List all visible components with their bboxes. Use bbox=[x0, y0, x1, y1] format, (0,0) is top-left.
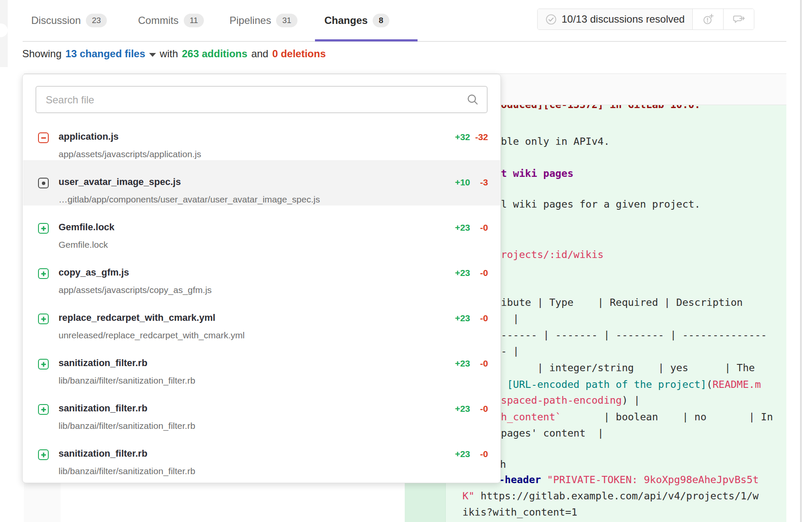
new-issue-button[interactable] bbox=[693, 9, 723, 29]
discussions-resolved-group: 10/13 discussions resolved bbox=[537, 9, 754, 30]
file-search-input[interactable] bbox=[45, 87, 457, 113]
file-deletions-count: -0 bbox=[463, 313, 488, 323]
diff-code-span: - | bbox=[501, 345, 519, 357]
diff-code-span: | bbox=[501, 313, 519, 325]
file-deletions-count: -0 bbox=[463, 449, 488, 459]
diff-code-span: ) | bbox=[622, 394, 640, 406]
file-path: lib/banzai/filter/sanitization_filter.rb bbox=[59, 375, 195, 386]
diff-code-span: ibute | Type | Required | Description bbox=[501, 296, 743, 308]
file-row[interactable]: Gemfile.lockGemfile.lock+23-0 bbox=[23, 205, 500, 251]
tab-commits[interactable]: Commits 11 bbox=[138, 0, 204, 41]
file-search-box bbox=[35, 86, 488, 113]
file-row[interactable]: sanitization_filter.rblib/banzai/filter/… bbox=[23, 432, 500, 477]
tab-pipelines[interactable]: Pipelines 31 bbox=[229, 0, 297, 41]
summary-middle: with bbox=[160, 48, 178, 60]
summary-deletions: 0 deletions bbox=[272, 48, 326, 60]
file-path: unreleased/replace_redcarpet_with_cmark.… bbox=[59, 330, 244, 340]
diff-code-line: ikis?with_content=1 bbox=[462, 506, 577, 519]
file-path: …gitlab/app/components/user_avatar/user_… bbox=[59, 194, 320, 205]
tab-changes-label: Changes bbox=[324, 15, 368, 26]
tab-changes[interactable]: Changes 8 bbox=[324, 0, 389, 41]
file-path: app/assets/javascripts/copy_as_gfm.js bbox=[59, 285, 212, 295]
tab-discussion-label: Discussion bbox=[31, 15, 81, 26]
diff-code-span: h_content` bbox=[501, 411, 561, 423]
file-name: sanitization_filter.rb bbox=[59, 358, 147, 369]
diff-code-line: l wiki pages for a given project. bbox=[501, 198, 700, 211]
next-unresolved-discussion-icon bbox=[733, 13, 745, 25]
check-circle-icon bbox=[545, 14, 557, 25]
diff-code-span: K" bbox=[462, 490, 474, 502]
file-name: sanitization_filter.rb bbox=[59, 403, 147, 414]
summary-additions: 263 additions bbox=[182, 48, 247, 60]
file-name: sanitization_filter.rb bbox=[59, 448, 147, 459]
diff-code-span: t wiki pages bbox=[501, 167, 574, 179]
summary-prefix: Showing bbox=[22, 48, 62, 60]
diff-code-span: | boolean | no | In bbox=[561, 411, 773, 423]
file-name: application.js bbox=[59, 131, 119, 142]
file-row[interactable]: sanitization_filter.rblib/banzai/filter/… bbox=[23, 341, 500, 387]
diff-code-span bbox=[541, 474, 547, 486]
diff-code-span: spaced-path-encoding bbox=[501, 394, 622, 406]
changed-files-dropdown-panel: application.jsapp/assets/javascripts/app… bbox=[22, 74, 501, 483]
chevron-down-icon bbox=[149, 53, 156, 57]
new-issue-icon bbox=[702, 13, 714, 25]
file-deleted-icon bbox=[38, 132, 49, 143]
file-row[interactable]: copy_as_gfm.jsapp/assets/javascripts/cop… bbox=[23, 251, 500, 296]
file-name: replace_redcarpet_with_cmark.yml bbox=[59, 312, 215, 323]
file-name: Gemfile.lock bbox=[59, 222, 115, 233]
summary-conjunction: and bbox=[251, 48, 268, 60]
file-path: Gemfile.lock bbox=[59, 240, 108, 250]
diff-code-span: ( bbox=[706, 378, 712, 390]
tab-commits-label: Commits bbox=[138, 15, 179, 26]
diff-code-line: ibute | Type | Required | Description bbox=[501, 296, 743, 309]
file-added-icon bbox=[38, 314, 49, 324]
file-modified-icon bbox=[38, 178, 49, 188]
file-deletions-count: -3 bbox=[463, 177, 488, 188]
diff-code-span: https://gitlab.example.com/api/v4/projec… bbox=[474, 490, 759, 502]
diff-code-span: | integer/string | yes | The bbox=[501, 362, 755, 374]
diff-code-line: h bbox=[500, 458, 506, 471]
tab-discussion-count: 23 bbox=[86, 14, 107, 27]
diff-code-line: spaced-path-encoding) | bbox=[501, 394, 640, 407]
file-row[interactable]: sanitization_filter.rblib/banzai/filter/… bbox=[23, 387, 500, 432]
file-row[interactable]: replace_redcarpet_with_cmark.ymlunreleas… bbox=[23, 296, 500, 341]
diff-code-span: h bbox=[500, 458, 506, 470]
diff-code-line: h_content` | boolean | no | In bbox=[501, 411, 773, 423]
diff-code-span: ble only in APIv4. bbox=[501, 135, 610, 147]
diff-code-span: "PRIVATE-TOKEN: 9koXpg98eAheJpvBs5t bbox=[547, 474, 759, 486]
file-row[interactable]: user_avatar_image_spec.js…gitlab/app/com… bbox=[23, 160, 500, 205]
file-added-icon bbox=[38, 223, 49, 234]
file-deletions-count: -0 bbox=[463, 268, 488, 278]
diff-code-line: ble only in APIv4. bbox=[501, 135, 610, 148]
file-row[interactable]: application.jsapp/assets/javascripts/app… bbox=[23, 115, 500, 160]
diff-code-span: ------ | ------- | -------- | ----------… bbox=[501, 329, 767, 341]
diff-code-line: | bbox=[501, 312, 519, 325]
changes-summary: Showing 13 changed files with 263 additi… bbox=[22, 48, 326, 60]
diff-code-line: - | bbox=[501, 345, 519, 358]
file-name: user_avatar_image_spec.js bbox=[59, 176, 181, 188]
diff-code-line: pages' content | bbox=[501, 427, 604, 440]
tab-commits-count: 11 bbox=[184, 14, 204, 27]
tab-discussion[interactable]: Discussion 23 bbox=[31, 0, 107, 41]
tab-pipelines-label: Pipelines bbox=[229, 15, 271, 26]
changed-files-dropdown-toggle[interactable]: 13 changed files bbox=[65, 48, 145, 60]
search-icon bbox=[466, 93, 479, 106]
tab-pipelines-count: 31 bbox=[276, 14, 297, 27]
diff-code-line: [URL-encoded path of the project](README… bbox=[501, 378, 761, 391]
discussions-resolved-text: 10/13 discussions resolved bbox=[562, 13, 685, 25]
file-added-icon bbox=[38, 404, 49, 415]
diff-code-line: K" https://gitlab.example.com/api/v4/pro… bbox=[462, 490, 759, 502]
file-added-icon bbox=[38, 449, 49, 460]
discussions-resolved-status: 10/13 discussions resolved bbox=[538, 9, 693, 29]
diff-code-line: t wiki pages bbox=[501, 167, 574, 180]
diff-code-line: | integer/string | yes | The bbox=[501, 361, 755, 374]
diff-code-span: [URL-encoded path of the project] bbox=[507, 378, 706, 390]
tab-changes-count: 8 bbox=[373, 14, 389, 27]
diff-code-span: l wiki pages for a given project. bbox=[501, 198, 700, 210]
diff-code-span: pages' content | bbox=[501, 427, 604, 439]
next-unresolved-discussion-button[interactable] bbox=[723, 9, 754, 29]
file-added-icon bbox=[38, 359, 49, 370]
file-added-icon bbox=[38, 268, 49, 279]
diff-code-span: rojects/:id/wikis bbox=[501, 249, 604, 261]
file-path: lib/banzai/filter/sanitization_filter.rb bbox=[59, 421, 195, 431]
